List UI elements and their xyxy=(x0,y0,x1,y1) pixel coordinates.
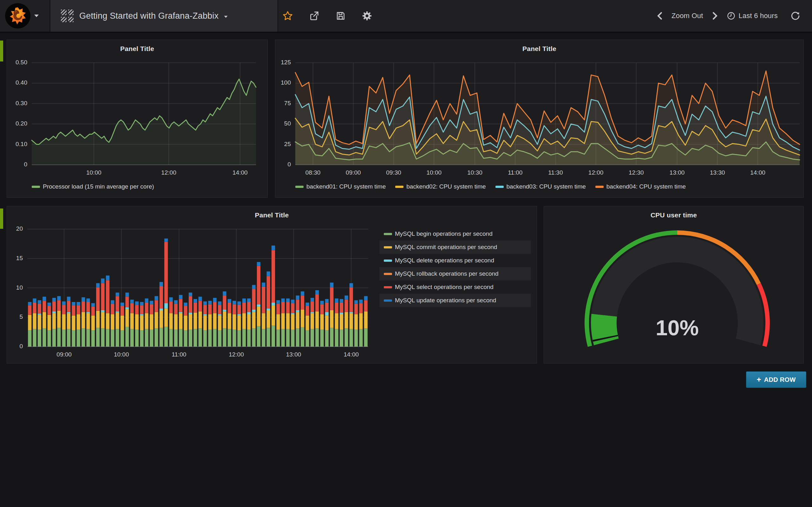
x-tick-label: 12:00 xyxy=(150,169,188,176)
y-tick-label: 0 xyxy=(0,343,23,350)
legend-color-dash xyxy=(384,246,392,248)
legend-label: backend01: CPU system time xyxy=(306,183,386,190)
legend-label: backend02: CPU system time xyxy=(406,183,486,190)
share-icon[interactable] xyxy=(309,10,320,21)
y-tick-label: 0 xyxy=(260,161,291,168)
x-tick-label: 13:00 xyxy=(658,169,696,176)
x-tick-label: 14:00 xyxy=(221,169,259,176)
grafana-logo xyxy=(5,3,31,29)
y-tick-label: 25 xyxy=(260,141,291,148)
y-tick-label: 0.10 xyxy=(0,141,27,148)
dashboard-title-picker[interactable]: Getting Started with Grafana-Zabbix xyxy=(51,0,278,32)
y-tick-label: 0.30 xyxy=(0,100,27,107)
x-tick-label: 13:00 xyxy=(275,351,313,358)
x-tick-label: 14:00 xyxy=(332,351,370,358)
legend-color-dash xyxy=(496,186,504,188)
row-control-tab[interactable] xyxy=(0,41,3,61)
panel-mysql-operations: Panel Title 09:0010:0011:0012:0013:0014:… xyxy=(7,206,537,363)
plus-icon: + xyxy=(757,376,761,383)
y-tick-label: 0.40 xyxy=(0,79,27,86)
chevron-left-icon[interactable] xyxy=(656,12,663,20)
dashboard-title-caret-icon xyxy=(224,16,228,18)
y-tick-label: 0.50 xyxy=(0,59,27,66)
panel-cpu-system-time: Panel Title 08:3009:0009:3010:0010:3011:… xyxy=(275,40,804,198)
x-tick-label: 13:30 xyxy=(699,169,737,176)
y-tick-label: 125 xyxy=(260,59,291,66)
x-tick-label: 09:00 xyxy=(334,169,372,176)
y-tick-label: 5 xyxy=(0,314,23,320)
legend: Processor load (15 min average per core) xyxy=(32,183,154,190)
x-tick-label: 10:30 xyxy=(456,169,494,176)
legend-color-dash xyxy=(32,186,40,188)
legend-color-dash xyxy=(395,186,403,188)
dashboard-title: Getting Started with Grafana-Zabbix xyxy=(79,11,218,21)
y-tick-label: 0 xyxy=(0,161,27,168)
panel-processor-load: Panel Title 10:0012:0014:0000.100.200.30… xyxy=(7,40,268,198)
x-tick-label: 10:00 xyxy=(415,169,453,176)
x-tick-label: 11:00 xyxy=(160,351,198,358)
legend-color-dash xyxy=(295,186,304,188)
x-tick-label: 12:00 xyxy=(577,169,615,176)
legend-label: backend03: CPU system time xyxy=(507,183,586,190)
y-tick-label: 20 xyxy=(0,225,23,232)
x-tick-label: 10:00 xyxy=(75,169,113,176)
legend-color-dash xyxy=(595,186,604,188)
legend-item[interactable]: backend04: CPU system time xyxy=(595,183,686,190)
star-icon[interactable] xyxy=(282,10,293,21)
legend-label: MySQL rollback operations per second xyxy=(395,270,499,277)
dashboard-grid-icon xyxy=(61,9,73,22)
legend-item[interactable]: backend02: CPU system time xyxy=(395,183,486,190)
y-tick-label: 15 xyxy=(0,255,23,262)
add-row-button[interactable]: + ADD ROW xyxy=(746,372,806,388)
x-tick-label: 09:00 xyxy=(45,351,83,358)
grafana-menu-caret-icon xyxy=(34,14,39,17)
legend: MySQL begin operations per secondMySQL c… xyxy=(379,227,531,307)
legend-item[interactable]: MySQL rollback operations per second xyxy=(379,267,531,280)
legend-item[interactable]: MySQL update operations per second xyxy=(379,294,531,307)
legend-label: MySQL begin operations per second xyxy=(395,230,493,237)
y-tick-label: 10 xyxy=(0,284,23,291)
x-tick-label: 14:00 xyxy=(739,169,777,176)
legend-item[interactable]: MySQL commit operations per second xyxy=(379,240,531,254)
legend-color-dash xyxy=(384,286,392,288)
y-tick-label: 0.20 xyxy=(0,120,27,127)
legend-label: MySQL delete operations per second xyxy=(395,257,494,264)
x-tick-label: 12:00 xyxy=(217,351,255,358)
time-range-picker[interactable]: Last 6 hours xyxy=(727,11,778,20)
chevron-right-icon[interactable] xyxy=(711,12,718,20)
legend-color-dash xyxy=(384,260,392,262)
legend-item[interactable]: MySQL delete operations per second xyxy=(379,254,531,267)
legend-label: MySQL commit operations per second xyxy=(395,244,497,250)
legend: backend01: CPU system timebackend02: CPU… xyxy=(295,183,686,190)
y-tick-label: 50 xyxy=(260,120,291,127)
legend-label: Processor load (15 min average per core) xyxy=(43,183,154,190)
grafana-dashboard: Getting Started with Grafana-Zabbix xyxy=(0,0,812,507)
legend-label: MySQL select operations per second xyxy=(395,284,494,291)
x-tick-label: 12:30 xyxy=(617,169,655,176)
refresh-icon[interactable] xyxy=(791,11,800,20)
legend-color-dash xyxy=(384,299,392,302)
time-range-label: Last 6 hours xyxy=(739,12,778,20)
x-tick-label: 09:30 xyxy=(374,169,413,176)
zoom-out-button[interactable]: Zoom Out xyxy=(671,12,703,20)
save-icon[interactable] xyxy=(336,11,346,21)
legend-color-dash xyxy=(384,233,392,235)
legend-color-dash xyxy=(384,273,392,275)
legend-label: MySQL update operations per second xyxy=(395,297,496,304)
dashboard-actions xyxy=(282,0,372,32)
x-tick-label: 08:30 xyxy=(294,169,332,176)
gear-icon[interactable] xyxy=(362,10,372,21)
legend-item[interactable]: backend01: CPU system time xyxy=(295,183,386,190)
x-tick-label: 10:00 xyxy=(102,351,141,358)
clock-icon xyxy=(727,11,735,20)
time-controls: Zoom Out Last 6 hours xyxy=(656,0,800,32)
top-navbar: Getting Started with Grafana-Zabbix xyxy=(0,0,812,32)
y-tick-label: 100 xyxy=(260,79,291,86)
legend-item[interactable]: Processor load (15 min average per core) xyxy=(32,183,154,190)
y-tick-label: 75 xyxy=(260,100,291,107)
legend-item[interactable]: backend03: CPU system time xyxy=(496,183,586,190)
grafana-menu[interactable] xyxy=(0,0,50,32)
x-tick-label: 11:00 xyxy=(496,169,534,176)
legend-item[interactable]: MySQL begin operations per second xyxy=(379,227,531,240)
legend-item[interactable]: MySQL select operations per second xyxy=(379,280,531,294)
